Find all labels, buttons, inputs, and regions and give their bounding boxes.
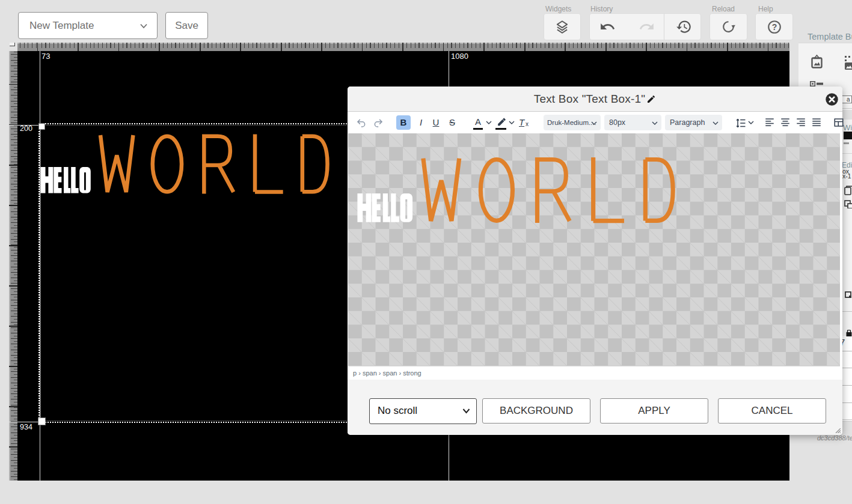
- svg-text:?: ?: [771, 22, 777, 32]
